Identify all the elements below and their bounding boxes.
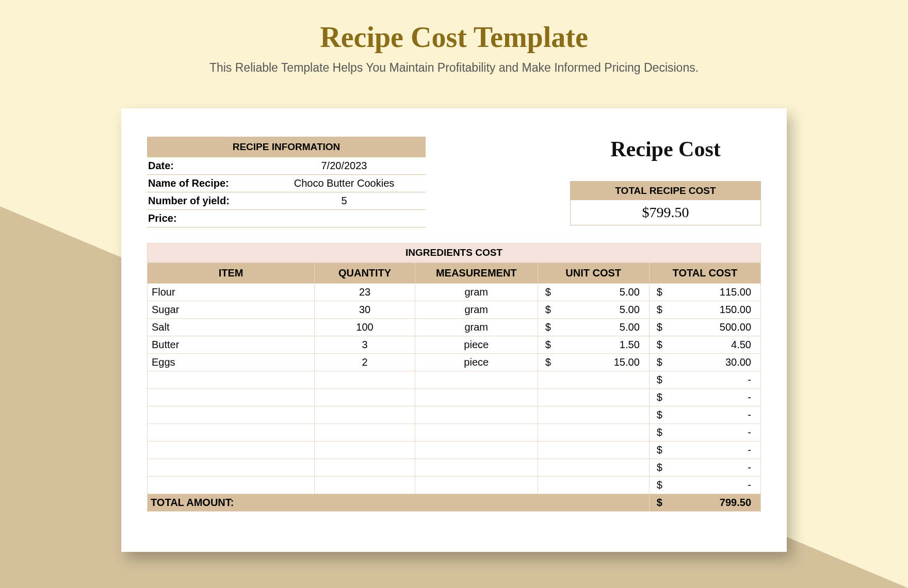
total-cost-value: - (748, 374, 751, 386)
info-value: Choco Butter Cookies (267, 177, 421, 189)
cell-item (148, 459, 315, 477)
table-header-row: ITEM QUANTITY MEASUREMENT UNIT COST TOTA… (148, 263, 761, 284)
unit-cost-value: 5.00 (620, 321, 640, 333)
info-label: Date: (148, 160, 267, 172)
cell-qty (315, 371, 415, 389)
cell-unit (538, 459, 649, 477)
currency-symbol: $ (657, 374, 662, 386)
table-row: $- (148, 406, 761, 424)
cell-total: $500.00 (649, 319, 760, 336)
cell-unit: $1.50 (538, 336, 649, 354)
page-background: Recipe Cost Template This Reliable Templ… (0, 0, 908, 588)
cell-meas: gram (415, 319, 538, 336)
cell-total: $- (649, 424, 760, 442)
currency-symbol: $ (545, 321, 551, 333)
recipe-info-header: RECIPE INFORMATION (147, 137, 426, 157)
table-row: Sugar30gram$5.00$150.00 (148, 301, 761, 319)
cell-meas (415, 442, 538, 459)
ingredients-table: ITEM QUANTITY MEASUREMENT UNIT COST TOTA… (147, 263, 761, 512)
cell-item: Salt (148, 319, 315, 336)
total-cost-value: - (748, 444, 751, 456)
cell-total: $- (649, 406, 760, 424)
currency-symbol: $ (657, 391, 662, 403)
currency-symbol: $ (657, 304, 662, 316)
cell-qty (315, 389, 415, 406)
cell-meas: piece (415, 354, 538, 371)
cell-unit (538, 406, 649, 424)
table-row: $- (148, 389, 761, 406)
total-cost-value: 115.00 (720, 286, 751, 298)
currency-symbol: $ (657, 462, 662, 473)
unit-cost-value: 5.00 (620, 286, 640, 298)
cell-qty: 30 (315, 301, 415, 319)
cell-total: $- (649, 389, 760, 406)
total-cost-box: TOTAL RECIPE COST $799.50 (570, 181, 761, 225)
cell-meas (415, 424, 538, 442)
cell-total: $115.00 (649, 284, 760, 301)
cell-total: $- (649, 371, 760, 389)
table-row: Eggs2piece$15.00$30.00 (148, 354, 761, 371)
info-row-price: Price: (147, 210, 426, 227)
table-row: Salt100gram$5.00$500.00 (148, 319, 761, 336)
info-value (267, 213, 421, 224)
total-cost-value: 150.00 (720, 304, 751, 316)
cell-unit (538, 442, 649, 459)
total-amount-cell: $ 799.50 (649, 494, 760, 512)
total-cost-value: 500.00 (720, 321, 751, 333)
table-row: $- (148, 442, 761, 459)
cell-qty (315, 406, 415, 424)
cell-total: $4.50 (649, 336, 760, 354)
cell-meas: piece (415, 336, 538, 354)
ingredients-title: INGREDIENTS COST (147, 243, 761, 263)
table-footer-row: TOTAL AMOUNT: $ 799.50 (148, 494, 761, 512)
cell-item (148, 424, 315, 442)
col-item: ITEM (148, 263, 315, 284)
table-row: Flour23gram$5.00$115.00 (148, 284, 761, 301)
col-total: TOTAL COST (649, 263, 760, 284)
total-cost-value: 30.00 (725, 356, 751, 368)
total-cost-value: - (748, 409, 751, 421)
cell-unit (538, 424, 649, 442)
currency-symbol: $ (657, 409, 662, 421)
currency-symbol: $ (657, 497, 662, 509)
cell-item (148, 406, 315, 424)
currency-symbol: $ (657, 321, 662, 333)
currency-symbol: $ (545, 356, 551, 368)
cell-meas: gram (415, 301, 538, 319)
info-label: Price: (148, 213, 267, 224)
total-cost-value: $799.50 (571, 200, 760, 225)
page-header: Recipe Cost Template This Reliable Templ… (0, 0, 908, 75)
cell-unit (538, 371, 649, 389)
currency-symbol: $ (545, 339, 551, 351)
cell-total: $- (649, 459, 760, 477)
info-row-yield: Number of yield: 5 (147, 192, 426, 210)
cell-item: Sugar (148, 301, 315, 319)
summary-box: Recipe Cost TOTAL RECIPE COST $799.50 (570, 137, 761, 225)
currency-symbol: $ (657, 479, 662, 491)
cell-meas (415, 371, 538, 389)
recipe-info-box: RECIPE INFORMATION Date: 7/20/2023 Name … (147, 137, 426, 227)
card-top-row: RECIPE INFORMATION Date: 7/20/2023 Name … (147, 137, 761, 227)
total-cost-value: - (748, 427, 751, 438)
cell-meas: gram (415, 284, 538, 301)
cell-unit: $5.00 (538, 319, 649, 336)
currency-symbol: $ (657, 339, 662, 351)
cell-meas (415, 459, 538, 477)
cell-item: Eggs (148, 354, 315, 371)
cell-unit (538, 477, 649, 494)
info-label: Number of yield: (148, 195, 267, 207)
cell-unit: $5.00 (538, 284, 649, 301)
cell-qty (315, 424, 415, 442)
unit-cost-value: 1.50 (620, 339, 640, 351)
col-meas: MEASUREMENT (415, 263, 538, 284)
cell-total: $- (649, 442, 760, 459)
page-title: Recipe Cost Template (0, 21, 908, 54)
total-amount-label: TOTAL AMOUNT: (148, 494, 650, 512)
cell-qty: 3 (315, 336, 415, 354)
cell-total: $30.00 (649, 354, 760, 371)
cell-meas (415, 477, 538, 494)
info-row-name: Name of Recipe: Choco Butter Cookies (147, 175, 426, 192)
info-label: Name of Recipe: (148, 177, 267, 189)
currency-symbol: $ (657, 444, 662, 456)
info-row-date: Date: 7/20/2023 (147, 157, 426, 175)
